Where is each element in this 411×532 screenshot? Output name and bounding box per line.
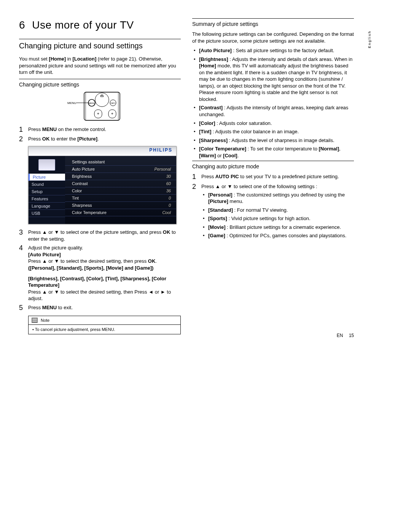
tv-icon bbox=[38, 159, 55, 171]
osd-nav-item: Language bbox=[29, 203, 65, 210]
osd-row: Tint0 bbox=[65, 195, 176, 202]
option-item: [Standard] : For normal TV viewing. bbox=[201, 207, 354, 214]
option-item: [Sports] : Vivid picture settings for hi… bbox=[201, 215, 354, 222]
step-5: 5 Press MENU to exit. bbox=[19, 304, 181, 312]
svg-rect-0 bbox=[84, 92, 120, 120]
osd-row: Contrast60 bbox=[65, 180, 176, 187]
footer-lang: EN bbox=[337, 333, 343, 338]
subsection-title: Changing picture settings bbox=[19, 79, 181, 88]
step-2: 2 Press OK to enter the [Picture]. bbox=[19, 136, 181, 143]
svg-text:+: + bbox=[97, 112, 99, 116]
svg-text:EXIT: EXIT bbox=[100, 94, 104, 96]
osd-row: Brightness30 bbox=[65, 173, 176, 180]
step-1: 1 Press AUTO PIC to set your TV to a pre… bbox=[192, 173, 354, 181]
svg-text:+: + bbox=[111, 112, 113, 116]
rule bbox=[19, 39, 181, 39]
osd-settings: Settings assistant Auto PicturePersonal … bbox=[65, 156, 176, 224]
osd-nav-item: Setup bbox=[29, 188, 65, 195]
step-2: 2 Press ▲ or ▼ to select one of the foll… bbox=[192, 183, 354, 241]
svg-text:MENU: MENU bbox=[88, 102, 95, 104]
left-column: 6 Use more of your TV Changing picture a… bbox=[19, 15, 181, 334]
right-column: Summary of picture settings The followin… bbox=[192, 15, 354, 334]
step-4: 4 Adjust the picture quality. [Auto Pict… bbox=[19, 244, 181, 302]
note-text: To cancel picture adjustment, press MENU… bbox=[35, 327, 115, 332]
osd-nav-item: Sound bbox=[29, 181, 65, 188]
osd-nav-item: Picture bbox=[29, 174, 65, 181]
chapter-number: 6 bbox=[19, 19, 25, 31]
section-title: Changing picture and sound settings bbox=[19, 42, 181, 50]
chapter-heading: 6 Use more of your TV bbox=[19, 19, 181, 31]
osd-row: Settings assistant bbox=[65, 158, 176, 166]
summary-item: [Brightness] : Adjusts the intensity and… bbox=[192, 56, 354, 103]
remote-control-figure: EXIT MENU MENU INFO + + bbox=[19, 91, 181, 122]
section-intro: You must set [Home] in [Location] (refer… bbox=[19, 56, 181, 76]
option-item: [Personal] : The customized settings you… bbox=[201, 192, 354, 205]
summary-list: [Auto Picture] : Sets all picture settin… bbox=[192, 47, 354, 159]
osd-row: Color36 bbox=[65, 187, 176, 195]
auto-mode-options: [Personal] : The customized settings you… bbox=[201, 192, 354, 239]
side-language-label: English bbox=[368, 30, 371, 48]
subsection-title: Changing auto picture mode bbox=[192, 161, 354, 169]
osd-nav-item: USB bbox=[29, 210, 65, 217]
chapter-title: Use more of your TV bbox=[32, 19, 134, 31]
summary-item: [Auto Picture] : Sets all picture settin… bbox=[192, 47, 354, 54]
note-title: Note bbox=[41, 318, 49, 323]
summary-item: [Color Temperature] : To set the color t… bbox=[192, 145, 354, 159]
tv-osd-screenshot: PHILIPS Picture Sound Setup Features Lan… bbox=[28, 146, 177, 224]
footer-page: 15 bbox=[349, 333, 354, 338]
summary-item: [Tint] : Adjusts the color balance in an… bbox=[192, 128, 354, 135]
summary-item: [Color] : Adjusts color saturation. bbox=[192, 120, 354, 127]
svg-text:MENU: MENU bbox=[67, 101, 76, 105]
step-3: 3 Press ▲ or ▼ to select one of the pict… bbox=[19, 229, 181, 242]
osd-brand: PHILIPS bbox=[29, 147, 176, 156]
osd-row: Auto PicturePersonal bbox=[65, 166, 176, 173]
page-footer: EN 15 bbox=[337, 333, 354, 338]
summary-item: [Contrast] : Adjusts the intensity of br… bbox=[192, 104, 354, 118]
osd-row: Sharpness0 bbox=[65, 202, 176, 209]
osd-nav: Picture Sound Setup Features Language US… bbox=[29, 156, 65, 224]
summary-intro: The following picture settings can be co… bbox=[192, 31, 354, 44]
note-icon bbox=[32, 318, 38, 323]
option-item: [Movie] : Brilliant picture settings for… bbox=[201, 224, 354, 231]
option-item: [Game] : Optimized for PCs, games consol… bbox=[201, 232, 354, 239]
svg-text:INFO: INFO bbox=[111, 102, 115, 104]
steps-list-continued: 3 Press ▲ or ▼ to select one of the pict… bbox=[19, 229, 181, 312]
subsection-title: Summary of picture settings bbox=[192, 18, 354, 27]
steps-list: 1 Press MENU on the remote control. 2 Pr… bbox=[19, 126, 181, 144]
summary-item: [Sharpness] : Adjusts the level of sharp… bbox=[192, 137, 354, 144]
note-box: Note • To cancel picture adjustment, pre… bbox=[28, 316, 181, 334]
osd-row: Color TemperatureCool bbox=[65, 209, 176, 216]
auto-mode-steps: 1 Press AUTO PIC to set your TV to a pre… bbox=[192, 173, 354, 241]
step-1: 1 Press MENU on the remote control. bbox=[19, 126, 181, 134]
osd-nav-item: Features bbox=[29, 195, 65, 203]
